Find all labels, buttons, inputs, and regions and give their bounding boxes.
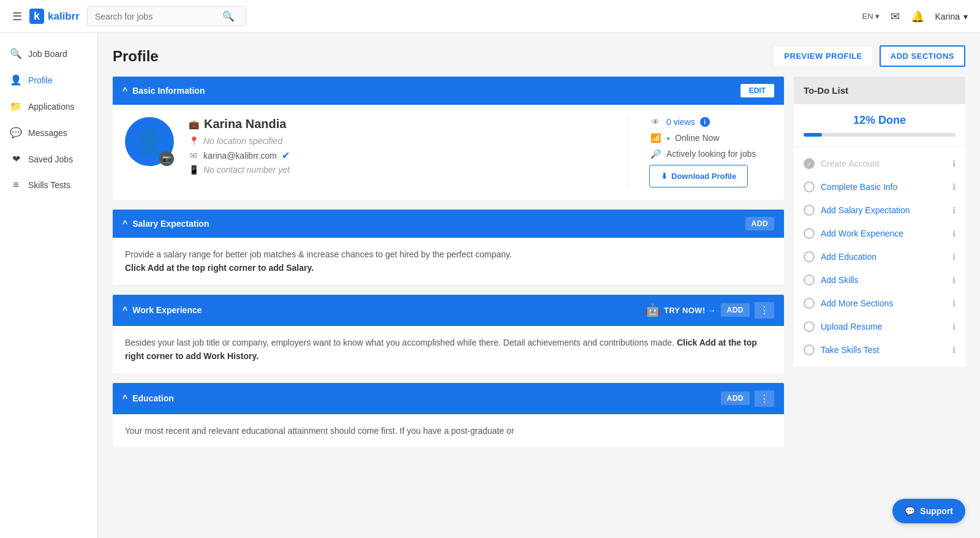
progress-bar-bg bbox=[804, 133, 956, 137]
add-sections-button[interactable]: ADD SECTIONS bbox=[880, 45, 965, 67]
todo-item-add-skills-label[interactable]: Add Skills bbox=[821, 275, 858, 285]
verified-badge-icon: ✔ bbox=[282, 150, 290, 161]
preview-profile-button[interactable]: PREVIEW PROFILE bbox=[774, 47, 872, 66]
todo-percent: 12% Done bbox=[804, 114, 956, 127]
education-title: Education bbox=[132, 393, 174, 403]
todo-info-icon[interactable]: ℹ bbox=[952, 159, 956, 169]
logo-text: kalibrr bbox=[48, 10, 80, 23]
education-more-options-button[interactable]: ⋮ bbox=[755, 390, 774, 407]
sidebar-item-messages[interactable]: 💬 Messages bbox=[0, 119, 97, 146]
todo-check-empty-icon bbox=[804, 205, 815, 216]
support-button[interactable]: 💬 Support bbox=[892, 499, 965, 523]
todo-info-icon[interactable]: ℹ bbox=[952, 205, 956, 215]
location-icon: 📍 bbox=[189, 136, 198, 146]
todo-header: To-Do List bbox=[794, 77, 965, 104]
add-work-exp-button[interactable]: ADD bbox=[721, 303, 750, 317]
todo-item-add-more-sections-label[interactable]: Add More Sections bbox=[821, 298, 893, 308]
bell-icon[interactable]: 🔔 bbox=[911, 10, 924, 23]
wifi-icon: 📶 bbox=[649, 133, 662, 143]
eye-icon: 👁 bbox=[649, 117, 662, 127]
todo-items: ✓ Create Account ℹ Complete Basic Info ℹ bbox=[794, 147, 965, 366]
job-status-row: 🔎 Actively looking for jobs bbox=[649, 149, 772, 159]
todo-item-add-salary-label[interactable]: Add Salary Expectation bbox=[821, 205, 910, 215]
sidebar-item-saved-jobs[interactable]: ❤ Saved Jobs bbox=[0, 146, 97, 172]
page-actions: PREVIEW PROFILE ADD SECTIONS bbox=[774, 45, 965, 67]
todo-item-upload-resume: Upload Resume ℹ bbox=[794, 315, 965, 338]
email-icon: ✉ bbox=[189, 151, 198, 161]
profile-icon: 👤 bbox=[10, 74, 22, 86]
hamburger-icon[interactable]: ☰ bbox=[12, 10, 22, 23]
email-value: karina@kalibrr.com bbox=[203, 151, 277, 161]
todo-info-icon[interactable]: ℹ bbox=[952, 252, 956, 262]
user-menu[interactable]: Karina ▾ bbox=[935, 12, 968, 21]
todo-item-create-account: ✓ Create Account ℹ bbox=[794, 152, 965, 175]
todo-item-take-skills-test-label[interactable]: Take Skills Test bbox=[821, 345, 879, 355]
todo-item-add-work-exp-label[interactable]: Add Work Experience bbox=[821, 229, 903, 238]
todo-info-icon[interactable]: ℹ bbox=[952, 298, 956, 308]
sidebar-item-skills-tests[interactable]: ≡ Skills Tests bbox=[0, 172, 97, 198]
education-card: ^ Education ADD ⋮ Your most recent and r… bbox=[113, 383, 784, 447]
add-salary-button[interactable]: ADD bbox=[745, 217, 775, 230]
work-exp-more-options-button[interactable]: ⋮ bbox=[755, 302, 774, 319]
salary-chevron-icon: ^ bbox=[123, 219, 127, 229]
language-selector[interactable]: EN ▾ bbox=[862, 12, 879, 21]
salary-description: Provide a salary range for better job ma… bbox=[125, 249, 512, 259]
salary-card: ^ Salary Expectation ADD Provide a salar… bbox=[113, 210, 784, 285]
support-label: Support bbox=[920, 506, 953, 516]
todo-check-empty-icon bbox=[804, 298, 815, 309]
todo-check-empty-icon bbox=[804, 228, 815, 239]
todo-info-icon[interactable]: ℹ bbox=[952, 322, 956, 332]
edit-basic-info-button[interactable]: EDIT bbox=[741, 84, 774, 97]
divider bbox=[628, 117, 628, 188]
education-header: ^ Education ADD ⋮ bbox=[113, 383, 784, 414]
search-input[interactable] bbox=[95, 12, 217, 21]
job-search-icon: 🔎 bbox=[649, 149, 662, 159]
sidebar-item-label: Saved Jobs bbox=[28, 154, 73, 164]
todo-info-icon[interactable]: ℹ bbox=[952, 345, 956, 355]
todo-info-icon[interactable]: ℹ bbox=[952, 182, 956, 192]
todo-item-create-account-label: Create Account bbox=[821, 159, 880, 169]
mail-icon[interactable]: ✉ bbox=[891, 10, 900, 23]
top-navigation: ☰ k kalibrr 🔍 EN ▾ ✉ 🔔 Karina ▾ bbox=[0, 0, 980, 33]
job-board-icon: 🔍 bbox=[10, 48, 22, 59]
sidebar-item-applications[interactable]: 📁 Applications bbox=[0, 93, 97, 119]
views-row: 👁 0 views i bbox=[649, 117, 772, 127]
todo-info-icon[interactable]: ℹ bbox=[952, 275, 956, 285]
todo-card: To-Do List 12% Done ✓ Create Account ℹ bbox=[794, 77, 965, 366]
avatar: 👤 📷 bbox=[125, 117, 174, 166]
work-experience-card: ^ Work Experience 🤖 TRY NOW! → ADD ⋮ Bes… bbox=[113, 295, 784, 373]
content-layout: ^ Basic Information EDIT 👤 📷 bbox=[113, 77, 965, 457]
views-link[interactable]: 0 views bbox=[666, 117, 695, 127]
basic-info-header: ^ Basic Information EDIT bbox=[113, 77, 784, 105]
todo-item-take-skills-test: Take Skills Test ℹ bbox=[794, 338, 965, 362]
todo-item-add-work-exp: Add Work Experience ℹ bbox=[794, 222, 965, 245]
todo-check-empty-icon bbox=[804, 344, 815, 355]
avatar-camera-icon[interactable]: 📷 bbox=[159, 151, 174, 166]
saved-jobs-icon: ❤ bbox=[10, 153, 22, 165]
sidebar-item-job-board[interactable]: 🔍 Job Board bbox=[0, 40, 97, 67]
todo-info-icon[interactable]: ℹ bbox=[952, 229, 956, 238]
views-info-icon[interactable]: i bbox=[700, 117, 710, 127]
try-now-badge[interactable]: 🤖 TRY NOW! → bbox=[645, 303, 716, 317]
todo-item-add-education-label[interactable]: Add Education bbox=[821, 252, 876, 262]
salary-title: Salary Expectation bbox=[132, 219, 209, 229]
add-education-button[interactable]: ADD bbox=[721, 392, 750, 405]
sidebar-item-profile[interactable]: 👤 Profile bbox=[0, 67, 97, 93]
todo-item-complete-basic-info: Complete Basic Info ℹ bbox=[794, 175, 965, 199]
logo[interactable]: k kalibrr bbox=[29, 9, 80, 24]
phone-value: No contact number yet bbox=[203, 165, 290, 175]
todo-item-add-skills: Add Skills ℹ bbox=[794, 268, 965, 292]
education-body: Your most recent and relevant educationa… bbox=[113, 414, 784, 447]
education-chevron-icon: ^ bbox=[123, 393, 127, 403]
todo-item-add-salary: Add Salary Expectation ℹ bbox=[794, 199, 965, 222]
location-row: 📍 No location specified bbox=[189, 136, 607, 146]
todo-check-empty-icon bbox=[804, 275, 815, 286]
profile-sections: ^ Basic Information EDIT 👤 📷 bbox=[113, 77, 784, 457]
basic-info-body: 👤 📷 💼 Karina Nandia 📍 No location specif… bbox=[113, 105, 784, 200]
location-value: No location specified bbox=[203, 136, 282, 146]
todo-item-complete-basic-info-label[interactable]: Complete Basic Info bbox=[821, 182, 897, 192]
todo-item-upload-resume-label[interactable]: Upload Resume bbox=[821, 322, 882, 332]
search-bar[interactable]: 🔍 bbox=[87, 6, 246, 26]
page-header: Profile PREVIEW PROFILE ADD SECTIONS bbox=[113, 45, 965, 67]
download-profile-button[interactable]: ⬇ Download Profile bbox=[649, 165, 748, 188]
